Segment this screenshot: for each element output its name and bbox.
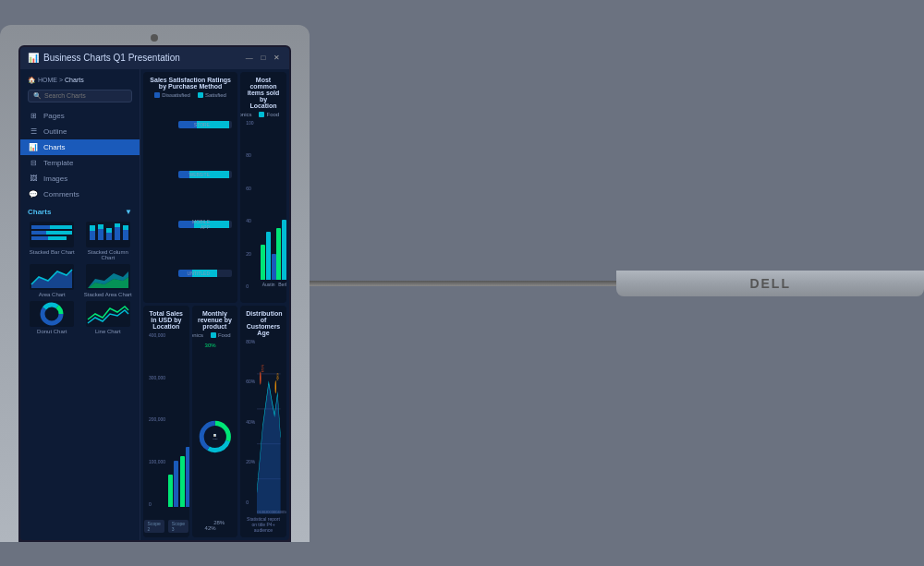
chart-thumbnails: Stacked Bar Chart <box>20 219 140 337</box>
sidebar-item-comments[interactable]: 💬 Comments <box>20 187 140 202</box>
charts-icon: 📊 <box>28 143 39 151</box>
dist-y-axis: 80% 60% 40% 20% 0 <box>246 339 257 514</box>
scope-2-btn[interactable]: Scope 2 <box>144 520 164 533</box>
stacked-bar-preview <box>30 222 74 247</box>
legend-food: Food <box>259 112 279 117</box>
dell-logo: DELL <box>749 276 791 291</box>
legend-rev-electronics: Electronics <box>192 332 203 338</box>
svg-point-19 <box>47 309 56 319</box>
sidebar-item-charts[interactable]: 📊 Charts <box>20 139 140 155</box>
svg-rect-6 <box>90 231 95 240</box>
legend-rev-food: Food <box>211 332 231 338</box>
search-input[interactable] <box>44 92 127 99</box>
laptop-camera <box>151 34 158 42</box>
charts-collapse-icon[interactable]: ▼ <box>125 208 132 216</box>
distribution-svg: 1,425 4,664 <box>257 339 281 514</box>
chart-thumb-donut[interactable]: Donut Chart <box>26 301 79 334</box>
sidebar-item-outline[interactable]: ☰ Outline <box>20 124 140 139</box>
app-title: Business Charts Q1 Presentation <box>43 53 245 63</box>
stacked-bar-label: Stacked Bar Chart <box>30 249 75 255</box>
search-box[interactable]: 🔍 <box>28 90 132 102</box>
svg-rect-13 <box>115 223 120 227</box>
bar-row-store: STORE <box>178 121 232 128</box>
berlin-electronics-bar <box>276 228 281 280</box>
donut-preview <box>30 301 74 327</box>
chart-thumb-line[interactable]: Line Chart <box>82 301 135 334</box>
legend-food-label: Food <box>266 112 279 117</box>
bar-label-store: STORE <box>184 122 210 127</box>
donut-chart-area: 📊 Chart 30% 28% 42% <box>198 341 233 533</box>
svg-text:Chart: Chart <box>213 438 218 440</box>
window-controls: — □ ✕ <box>245 54 282 63</box>
monthly-revenue-title: Monthly revenue by product <box>198 310 233 330</box>
svg-rect-14 <box>123 230 128 240</box>
search-icon: 🔍 <box>33 92 42 100</box>
distribution-footnote: Statistical report on title P4+ audience <box>246 516 281 533</box>
horizontal-bar-chart: STORE WEBSITE <box>149 101 232 299</box>
minimize-button[interactable]: — <box>245 54 254 63</box>
total-sales-body: 400,000 300,000 200,000 100,000 0 <box>149 332 184 518</box>
maximize-button[interactable]: □ <box>259 54 268 63</box>
sidebar-item-template-label: Template <box>43 159 73 167</box>
laptop-base: DELL <box>616 271 924 296</box>
svg-rect-1 <box>50 225 72 229</box>
scope-3-btn[interactable]: Scope 3 <box>168 520 188 533</box>
comments-icon: 💬 <box>28 190 39 199</box>
total-sales-bars <box>168 332 189 518</box>
svg-rect-11 <box>106 228 112 233</box>
bar-label-website: WEBSITE <box>184 172 210 177</box>
svg-rect-5 <box>48 236 67 240</box>
svg-rect-3 <box>46 231 72 235</box>
svg-rect-7 <box>90 225 95 231</box>
legend-satisfied-dot <box>198 92 203 98</box>
pct-books: 42% <box>205 525 216 531</box>
chart-thumb-stacked-column[interactable]: Stacked Column Chart <box>82 222 135 260</box>
legend-rev-electronics-label: Electronics <box>192 332 203 338</box>
vertical-bar-chart-container: 100806040200 Aus <box>246 120 281 299</box>
bar-row-untitled: UNTITLED <box>178 270 232 277</box>
laptop-shell: 📊 Business Charts Q1 Presentation — □ ✕ … <box>0 25 310 542</box>
total-sales-chart: 400,000 300,000 200,000 100,000 0 <box>149 332 184 533</box>
sidebar-item-images[interactable]: 🖼 Images <box>20 171 140 187</box>
sidebar-item-pages-label: Pages <box>43 112 65 120</box>
sidebar-item-pages[interactable]: ⊞ Pages <box>20 108 140 124</box>
distribution-title: Distribution of Customers Age <box>246 310 281 336</box>
distribution-chart: 80% 60% 40% 20% 0 <box>246 339 281 533</box>
main-content: Sales Satisfaction Ratings by Purchase M… <box>140 69 289 540</box>
austin-label: Austin <box>262 282 275 287</box>
sales-satisfaction-legend: Dissatisfied Satisfied <box>149 92 232 98</box>
v-group-austin: Austin <box>261 232 276 287</box>
sidebar-item-template[interactable]: ⊟ Template <box>20 155 140 171</box>
scope-buttons: Scope 1 Scope 2 Scope 3 Scope 4 <box>149 520 184 533</box>
most-common-items-card: Most common items sold by Location Elect… <box>240 72 286 304</box>
app-icon: 📊 <box>28 53 39 63</box>
title-bar: 📊 Business Charts Q1 Presentation — □ ✕ <box>20 47 289 69</box>
breadcrumb: 🏠 HOME > Charts <box>20 75 140 88</box>
images-icon: 🖼 <box>28 175 39 183</box>
sales-satisfaction-card: Sales Satisfaction Ratings by Purchase M… <box>143 72 237 304</box>
breadcrumb-separator: > <box>59 77 63 83</box>
dist-x-axis: 0100200300400500600 <box>257 510 281 514</box>
pages-icon: ⊞ <box>28 112 39 120</box>
area-preview <box>30 264 74 290</box>
laptop-hinge <box>310 281 617 286</box>
app-window: 📊 Business Charts Q1 Presentation — □ ✕ … <box>20 47 289 540</box>
svg-rect-9 <box>98 224 103 229</box>
sidebar-item-comments-label: Comments <box>43 190 79 199</box>
legend-dissatisfied-label: Dissatisfied <box>162 92 190 98</box>
outline-icon: ☰ <box>28 127 39 136</box>
sidebar: 🏠 HOME > Charts 🔍 ⊞ Pages <box>20 69 140 540</box>
legend-satisfied: Satisfied <box>198 92 226 98</box>
legend-dissatisfied-dot <box>154 92 160 98</box>
chart-thumb-stacked-bar[interactable]: Stacked Bar Chart <box>26 222 79 260</box>
bar-label-untitled: UNTITLED <box>184 271 210 276</box>
chart-thumb-stacked-area[interactable]: Stacked Area Chart <box>82 264 135 297</box>
most-common-y-axis: 100806040200 <box>246 120 253 290</box>
close-button[interactable]: ✕ <box>273 54 282 63</box>
chart-thumb-area[interactable]: Area Chart <box>26 264 79 297</box>
charts-panel-title: Charts <box>28 208 51 216</box>
svg-rect-10 <box>106 233 112 240</box>
bar-row-mobile: MOBILE APP <box>178 221 232 228</box>
breadcrumb-home[interactable]: 🏠 HOME <box>28 77 57 84</box>
area-label: Area Chart <box>39 292 66 297</box>
